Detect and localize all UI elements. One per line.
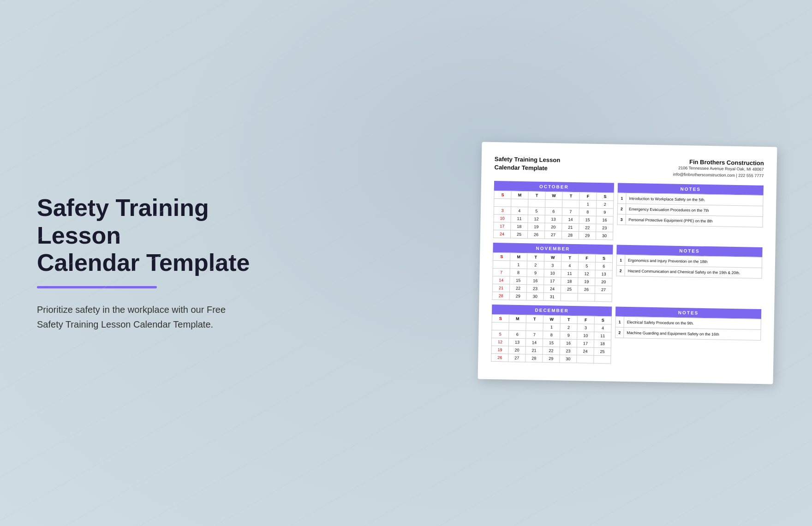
doc-header: Safety Training Lesson Calendar Template… bbox=[494, 155, 764, 179]
december-calendar: DECEMBER SMTWTFS 1234 567891011 12131415… bbox=[491, 305, 612, 364]
december-section: DECEMBER SMTWTFS 1234 567891011 12131415… bbox=[491, 305, 761, 366]
november-section: NOVEMBER SMTWTFS 123456 78910111213 1415… bbox=[492, 243, 763, 305]
list-item: 3 Personal Protective Equipment (PPE) on… bbox=[617, 214, 763, 227]
december-grid: SMTWTFS 1234 567891011 12131415161718 19… bbox=[491, 314, 612, 364]
december-notes: NOTES 1 Electrical Safety Procedure on t… bbox=[615, 307, 761, 366]
document-preview: Safety Training Lesson Calendar Template… bbox=[478, 142, 777, 384]
list-item: 2 Machine Guarding and Equipment Safety … bbox=[615, 327, 761, 340]
december-notes-table: 1 Electrical Safety Procedure on the 9th… bbox=[615, 317, 761, 341]
november-notes-table: 1 Ergonomics and Injury Prevention on th… bbox=[616, 255, 762, 279]
company-contact: info@finbrothersconstruction.com | 222 5… bbox=[673, 171, 764, 179]
november-notes: NOTES 1 Ergonomics and Injury Prevention… bbox=[616, 245, 763, 305]
october-notes-table: 1 Introduction to Workplace Safety on th… bbox=[617, 193, 763, 228]
list-item: 2 Hazard Communication and Chemical Safe… bbox=[616, 265, 762, 278]
doc-title: Safety Training Lesson Calendar Template bbox=[494, 155, 560, 173]
page-description: Prioritize safety in the workplace with … bbox=[37, 302, 231, 332]
title-divider bbox=[37, 286, 157, 288]
october-calendar: OCTOBER SMTWTFS 12 3456789 1011121314151… bbox=[493, 181, 614, 240]
october-grid: SMTWTFS 12 3456789 10111213141516 171819… bbox=[493, 191, 614, 240]
left-panel: Safety Training LessonCalendar Template … bbox=[37, 194, 277, 332]
company-info: Fin Brothers Construction 2106 Tennessee… bbox=[673, 158, 764, 179]
page-title: Safety Training LessonCalendar Template bbox=[37, 194, 258, 277]
october-notes: NOTES 1 Introduction to Workplace Safety… bbox=[617, 183, 764, 243]
november-calendar: NOVEMBER SMTWTFS 123456 78910111213 1415… bbox=[492, 243, 613, 302]
october-section: OCTOBER SMTWTFS 12 3456789 1011121314151… bbox=[493, 181, 764, 243]
november-grid: SMTWTFS 123456 78910111213 1415161718192… bbox=[492, 252, 613, 302]
